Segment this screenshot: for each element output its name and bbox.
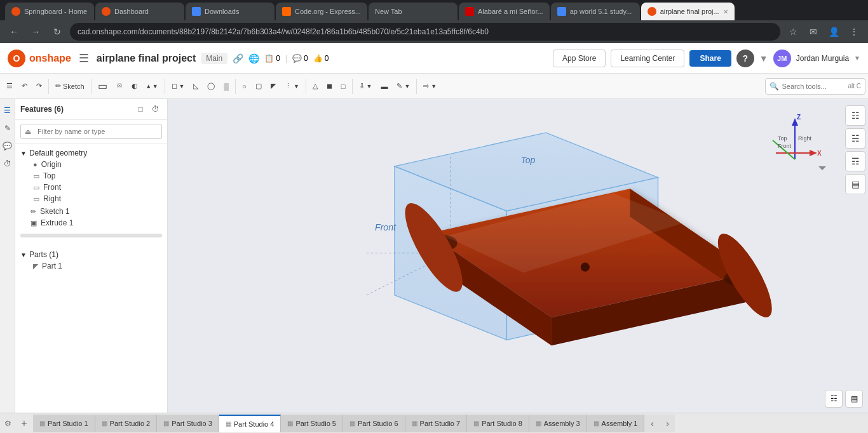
viewport[interactable]: Z X Top Front Right ☷ [168,99,868,413]
bookmark-btn[interactable]: ☆ [784,23,802,41]
reload-button[interactable]: ↻ [48,23,66,41]
tab-downloads[interactable]: Downloads [186,3,275,20]
separator-5 [306,79,306,94]
plane-btn[interactable]: ▬ [377,76,391,97]
tab-label-assembly-3: Assembly 3 [544,420,580,427]
tab-part-studio-6[interactable]: ▦ Part Studio 6 [343,415,405,432]
feature-settings-btn[interactable]: ⏱ [149,103,162,116]
part1-item[interactable]: ◤ Part 1 [15,260,167,272]
origin-item[interactable]: ● Origin [15,159,167,170]
more-btn[interactable]: ⋮ [845,23,863,41]
tab-part-studio-3[interactable]: ▦ Part Studio 3 [157,415,219,432]
tab-settings-btn[interactable]: ⚙ [0,415,15,432]
hole-btn[interactable]: ○ [238,76,250,97]
app-store-button[interactable]: App Store [553,50,606,67]
user-name[interactable]: Jordan Murguia [796,54,849,63]
pattern-btn[interactable]: ⋮▼ [281,76,303,97]
tab-part-studio-4[interactable]: ▦ Part Studio 4 [219,415,281,432]
hamburger-menu[interactable]: ☰ [76,49,92,68]
tab-label-part-studio-3: Part Studio 3 [172,420,212,427]
user-chevron[interactable]: ▼ [854,55,860,62]
profile-btn[interactable]: 👤 [825,23,843,41]
comment-sidebar-icon[interactable]: 💬 [1,140,14,152]
search-tools[interactable]: 🔍 alt C [765,78,865,95]
boolean-btn[interactable]: △ [309,76,322,97]
measure-btn[interactable]: ✎▼ [393,76,414,97]
filter-input[interactable] [34,126,158,137]
tab-dashboard[interactable]: Dashboard [95,3,184,20]
like-counter[interactable]: 👍 0 [313,54,329,63]
tab-onshape[interactable]: airplane final proj... ✕ [641,3,735,20]
chamfer-btn[interactable]: ◺ [189,76,202,97]
doc-title: airplane final project [97,53,196,64]
tab-alabare[interactable]: Alabaré a mi Señor... [459,3,550,20]
front-item[interactable]: ▭ Front [15,182,167,193]
draft-btn[interactable]: ▒ [220,76,233,97]
right-item[interactable]: ▭ Right [15,193,167,204]
help-chevron[interactable]: ▼ [759,53,768,63]
pattern-icon: ⋮ [285,82,292,90]
add-feature-btn[interactable]: □ [134,103,147,116]
tab-codeorg[interactable]: Code.org - Express... [276,3,367,20]
globe-icon[interactable]: 🌐 [248,53,259,63]
extrude1-item[interactable]: ▣ Extrude 1 [15,217,167,229]
front-label: Front [43,183,61,192]
history-icon[interactable]: ⏱ [1,157,14,170]
offset-btn[interactable]: □ [337,76,349,97]
sketch-button[interactable]: ✏ Sketch [51,76,88,97]
mirror-btn[interactable]: ◤ [267,76,280,97]
undo-button[interactable]: ↶ [18,76,31,97]
pen-icon[interactable]: ✎ [1,122,14,135]
learning-center-button[interactable]: Learning Center [611,50,684,67]
tab-prev-btn[interactable]: ‹ [644,415,660,432]
tab-next-btn[interactable]: › [660,415,675,432]
select-icon: ⇨ [423,82,429,90]
sketch1-item[interactable]: ✏ Sketch 1 [15,206,167,217]
help-button[interactable]: ? [736,50,754,67]
share-button[interactable]: Share [689,50,731,67]
tab-assembly-3[interactable]: ▦ Assembly 3 [529,415,587,432]
transform-btn[interactable]: ⇩▼ [355,76,376,97]
sweep-btn[interactable]: ◐ [128,76,142,97]
tab-apworld[interactable]: ap world 5.1 study... [551,3,640,20]
select-btn[interactable]: ⇨▼ [419,76,440,97]
extrude-btn[interactable]: ▭ [94,76,111,97]
user-avatar[interactable]: JM [773,50,791,67]
tab-part-studio-1[interactable]: ▦ Part Studio 1 [33,415,95,432]
feature-tree-icon[interactable]: ☰ [1,104,14,117]
like-count: 0 [325,54,329,63]
tab-part-studio-7[interactable]: ▦ Part Studio 7 [405,415,468,432]
forward-button[interactable]: → [27,23,44,41]
shell-btn[interactable]: ◯ [203,76,219,97]
tab-assembly-1[interactable]: ▦ Assembly 1 [587,415,645,432]
copy-counter[interactable]: 📋 0 [264,54,280,63]
tab-label-part-studio-1: Part Studio 1 [48,420,88,427]
revolve-btn[interactable]: ♾ [112,76,126,97]
split-btn[interactable]: ◼ [323,76,336,97]
default-geometry-header[interactable]: ▼ Default geometry [15,147,167,159]
redo-button[interactable]: ↷ [32,76,46,97]
back-button[interactable]: ← [5,23,23,41]
extensions-btn[interactable]: ✉ [804,23,822,41]
tab-springboard[interactable]: Springboard - Home [5,3,94,20]
thread-btn[interactable]: ▢ [252,76,266,97]
tab-part-studio-5[interactable]: ▦ Part Studio 5 [281,415,343,432]
add-tab-button[interactable]: + [15,415,33,432]
top-item[interactable]: ▭ Top [15,170,167,182]
comment-counter[interactable]: 💬 0 [292,54,308,63]
link-icon[interactable]: 🔗 [233,53,243,63]
part1-label: Part 1 [42,262,62,270]
address-input[interactable]: cad.onshape.com/documents/88b2197/8b2142… [70,23,780,41]
shell-icon: ◯ [207,82,215,90]
toolbar-features-btn[interactable]: ☰ [3,76,17,97]
search-input[interactable] [782,83,845,90]
tab-part-studio-8[interactable]: ▦ Part Studio 8 [467,415,529,432]
origin-icon: ● [33,161,37,168]
loft-btn[interactable]: ▴▼ [143,76,162,97]
parts-header[interactable]: ▼ Parts (1) [15,249,167,260]
tab-newtab[interactable]: New Tab [369,3,458,20]
tab-part-studio-2[interactable]: ▦ Part Studio 2 [95,415,158,432]
doc-branch[interactable]: Main [201,53,227,64]
tab-label-part-studio-2: Part Studio 2 [110,420,151,427]
fillet-btn[interactable]: ◻▼ [168,76,189,97]
